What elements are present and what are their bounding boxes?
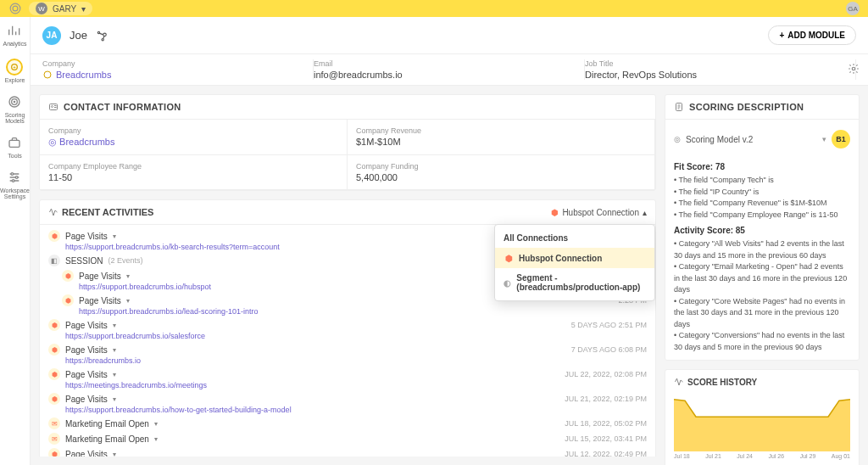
chevron-down-icon: ▾ bbox=[154, 420, 158, 428]
chevron-down-icon: ▾ bbox=[154, 435, 158, 443]
company-label: Company bbox=[42, 59, 304, 68]
svg-point-13 bbox=[44, 71, 51, 78]
history-panel: SCORE HISTORY Jul 18Jul 21Jul 24Jul 26Ju… bbox=[665, 369, 860, 465]
activity-url[interactable]: https://meetings.breadcrumbs.io/meetings bbox=[65, 381, 647, 389]
sidebar: Analytics Explore Scoring Models Tools W… bbox=[0, 17, 31, 465]
svg-point-9 bbox=[12, 180, 14, 182]
visit-icon: ⬢ bbox=[48, 393, 60, 405]
activity-url[interactable]: https://support.breadcrumbs.io/how-to-ge… bbox=[65, 406, 647, 414]
visit-icon: ⬢ bbox=[62, 270, 74, 282]
dropdown-item-hubspot[interactable]: ⬢Hubspot Connection bbox=[495, 248, 654, 268]
org-name: GARY bbox=[53, 4, 76, 14]
visit-icon: ⬢ bbox=[48, 448, 60, 457]
activity-item[interactable]: ⬢Page Visits▾JUL 22, 2022, 02:08 PMhttps… bbox=[40, 367, 655, 391]
hubspot-icon: ⬢ bbox=[504, 253, 514, 263]
model-selector[interactable]: ◎ Scoring Model v.2 ▾ B1 bbox=[674, 126, 850, 157]
email-icon: ✉ bbox=[48, 433, 60, 445]
chevron-down-icon: ▾ bbox=[822, 135, 826, 143]
activity-item[interactable]: ✉Marketing Email Open▾JUL 18, 2022, 05:0… bbox=[40, 416, 655, 431]
connection-dropdown: All Connections ⬢Hubspot Connection ◐Seg… bbox=[494, 224, 655, 301]
chevron-down-icon: ▾ bbox=[113, 451, 116, 457]
sidebar-item-workspace-settings[interactable]: Workspace Settings bbox=[0, 171, 30, 199]
chevron-down-icon: ▾ bbox=[81, 4, 86, 14]
analytics-icon bbox=[7, 24, 22, 39]
contact-info-title: CONTACT INFORMATION bbox=[64, 102, 181, 112]
contact-info-bar: Company Breadcrumbs Email info@breadcrum… bbox=[31, 54, 868, 86]
chevron-down-icon: ▾ bbox=[113, 346, 116, 354]
plus-icon: + bbox=[779, 31, 784, 40]
job-label: Job Title bbox=[585, 59, 847, 68]
user-avatar[interactable]: GA bbox=[846, 2, 860, 15]
chart-icon bbox=[674, 377, 684, 387]
email-value: info@breadcrumbs.io bbox=[314, 70, 576, 80]
hubspot-icon bbox=[96, 30, 108, 42]
svg-point-16 bbox=[52, 106, 53, 108]
score-history-chart bbox=[674, 394, 850, 451]
contact-name: Joe bbox=[70, 29, 87, 42]
sidebar-item-explore[interactable]: Explore bbox=[5, 59, 25, 83]
segment-icon: ◐ bbox=[504, 277, 511, 288]
chevron-up-icon: ▴ bbox=[643, 208, 647, 217]
dropdown-item-all[interactable]: All Connections bbox=[495, 228, 654, 248]
score-badge: B1 bbox=[832, 130, 850, 148]
logo-icon bbox=[8, 2, 22, 15]
visit-icon: ⬢ bbox=[48, 319, 60, 331]
visit-icon: ⬢ bbox=[62, 294, 74, 306]
visit-icon: ⬢ bbox=[48, 230, 60, 242]
activity-item[interactable]: ⬢Page Visits▾5 DAYS AGO 2:51 PMhttps://s… bbox=[40, 317, 655, 342]
activity-item[interactable]: ✉Marketing Email Open▾JUL 15, 2022, 03:4… bbox=[40, 431, 655, 446]
svg-point-1 bbox=[13, 6, 18, 11]
sidebar-item-tools[interactable]: Tools bbox=[8, 136, 23, 159]
add-module-button[interactable]: +ADD MODULE bbox=[768, 25, 856, 45]
job-value: Director, RevOps Solutions bbox=[585, 70, 847, 80]
contact-info-panel: CONTACT INFORMATION Company ◎ Breadcrumb… bbox=[39, 94, 656, 191]
chevron-down-icon: ▾ bbox=[113, 232, 116, 240]
svg-point-5 bbox=[14, 101, 14, 102]
target-icon: ◎ bbox=[674, 135, 681, 143]
toolbox-icon bbox=[8, 136, 23, 151]
sidebar-item-scoring-models[interactable]: Scoring Models bbox=[0, 95, 30, 124]
id-card-icon bbox=[48, 102, 58, 112]
activity-url[interactable]: https://support.breadcrumbs.io/salesforc… bbox=[65, 332, 647, 340]
activity-icon bbox=[48, 207, 58, 217]
document-icon bbox=[674, 102, 684, 112]
chevron-down-icon: ▾ bbox=[113, 371, 116, 378]
contact-header: JA Joe +ADD MODULE bbox=[31, 17, 868, 54]
svg-point-14 bbox=[852, 67, 855, 70]
breadcrumb-icon: ◎ bbox=[48, 137, 59, 147]
scoring-panel: SCORING DESCRIPTION ◎ Scoring Model v.2 … bbox=[665, 94, 860, 361]
fit-score-title: Fit Score: 78 bbox=[674, 162, 850, 171]
scoring-title: SCORING DESCRIPTION bbox=[689, 102, 804, 112]
company-link[interactable]: ◎ Breadcrumbs bbox=[48, 137, 338, 148]
visit-icon: ⬢ bbox=[48, 344, 60, 356]
svg-rect-6 bbox=[9, 140, 19, 147]
gear-icon[interactable] bbox=[848, 63, 860, 75]
activity-url[interactable]: https://support.breadcrumbs.io/lead-scor… bbox=[79, 307, 647, 316]
activity-item[interactable]: ⬢Page Visits▾JUL 21, 2022, 02:19 PMhttps… bbox=[40, 391, 655, 416]
svg-point-0 bbox=[10, 3, 20, 14]
connection-filter[interactable]: ⬢ Hubspot Connection ▴ bbox=[551, 208, 647, 217]
contact-avatar: JA bbox=[42, 26, 61, 45]
session-icon: ◧ bbox=[48, 255, 60, 266]
company-value[interactable]: Breadcrumbs bbox=[42, 70, 304, 80]
svg-point-8 bbox=[15, 176, 18, 179]
hubspot-icon: ⬢ bbox=[551, 208, 559, 217]
chevron-down-icon: ▾ bbox=[113, 395, 116, 403]
chevron-down-icon: ▾ bbox=[126, 297, 130, 305]
activity-score-title: Activity Score: 85 bbox=[674, 226, 850, 235]
dropdown-item-segment[interactable]: ◐Segment - (breadcrumbs/production-app) bbox=[495, 268, 654, 297]
activity-url[interactable]: https://breadcrumbs.io bbox=[65, 356, 647, 365]
explore-icon bbox=[6, 59, 23, 76]
activities-panel: RECENT ACTIVITIES ⬢ Hubspot Connection ▴… bbox=[39, 199, 656, 457]
activities-title: RECENT ACTIVITIES bbox=[62, 207, 153, 217]
visit-icon: ⬢ bbox=[48, 368, 60, 380]
email-label: Email bbox=[314, 59, 576, 68]
chevron-down-icon: ▾ bbox=[113, 322, 116, 329]
activity-item[interactable]: ⬢Page Visits▾7 DAYS AGO 6:08 PMhttps://b… bbox=[40, 342, 655, 367]
sidebar-item-analytics[interactable]: Analytics bbox=[3, 24, 26, 47]
org-switcher[interactable]: W GARY ▾ bbox=[29, 2, 92, 15]
activity-item[interactable]: ⬢Page Visits▾JUL 12, 2022, 02:49 PMhttps… bbox=[40, 446, 655, 457]
chevron-down-icon: ▾ bbox=[126, 272, 130, 280]
svg-point-11 bbox=[103, 33, 107, 36]
history-title: SCORE HISTORY bbox=[687, 378, 757, 387]
